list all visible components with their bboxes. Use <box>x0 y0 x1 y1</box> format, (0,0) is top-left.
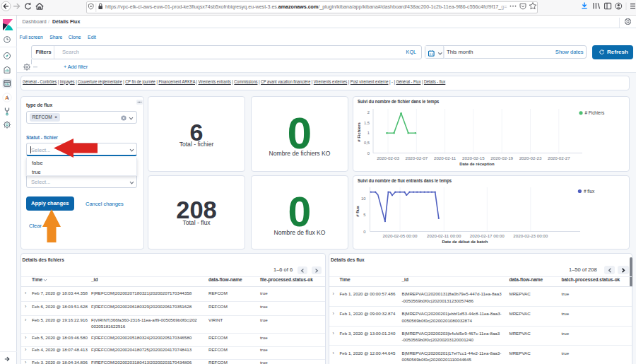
svg-text:# Fichiers: # Fichiers <box>585 110 605 115</box>
svg-text:10: 10 <box>361 196 365 201</box>
svg-text:2020-02-05 00:00: 2020-02-05 00:00 <box>383 233 418 238</box>
svg-text:0,5: 0,5 <box>364 141 370 145</box>
svg-text:Date de réception: Date de réception <box>459 162 495 166</box>
svg-text:# flux: # flux <box>355 206 360 217</box>
svg-text:2020-02-23 00:00: 2020-02-23 00:00 <box>513 233 548 238</box>
svg-text:2020-02-17 00:00: 2020-02-17 00:00 <box>470 233 505 238</box>
svg-text:2020-02-11: 2020-02-11 <box>434 155 457 160</box>
svg-text:A: A <box>5 95 9 101</box>
svg-text:2020-02-07: 2020-02-07 <box>405 155 428 160</box>
svg-text:2020-02-15: 2020-02-15 <box>462 155 485 160</box>
svg-text:0: 0 <box>367 151 370 155</box>
svg-text:2020-02-03: 2020-02-03 <box>377 155 399 160</box>
svg-text:2020-02-19: 2020-02-19 <box>490 155 513 160</box>
svg-text:1,5: 1,5 <box>364 121 370 125</box>
svg-text:2020-02-23: 2020-02-23 <box>519 155 542 160</box>
svg-text:2020-02-27: 2020-02-27 <box>548 155 570 160</box>
svg-text:Date de début de batch: Date de début de batch <box>442 240 488 244</box>
svg-text:5: 5 <box>363 213 365 217</box>
svg-text:# Fichiers: # Fichiers <box>357 122 361 142</box>
svg-text:2: 2 <box>367 110 370 115</box>
svg-text:1: 1 <box>367 131 370 135</box>
svg-text:2020-02-11 00:00: 2020-02-11 00:00 <box>427 233 461 238</box>
svg-text:0: 0 <box>363 230 365 234</box>
svg-text:# flux: # flux <box>584 189 595 194</box>
